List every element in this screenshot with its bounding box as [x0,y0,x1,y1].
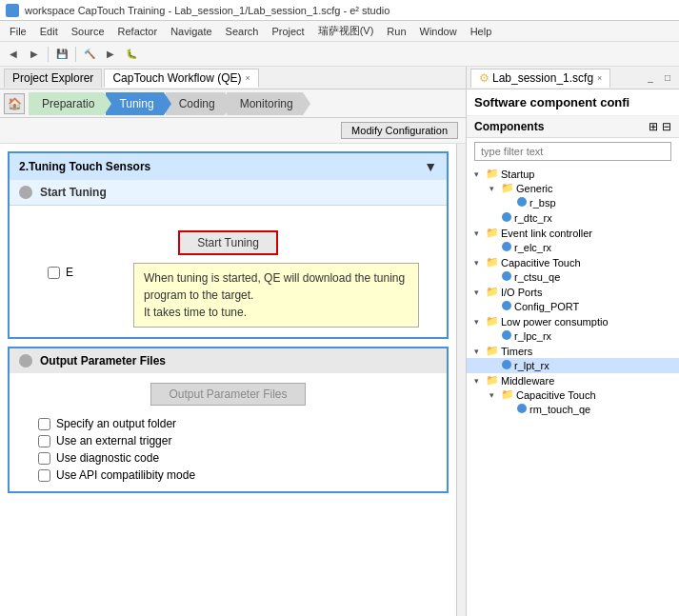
step-monitoring-label: Monitoring [240,97,293,110]
maximize-icon[interactable]: □ [660,70,675,86]
menu-window[interactable]: Window [414,24,463,39]
tab-project-explorer[interactable]: Project Explorer [4,69,102,88]
folder-icon: 📁 [501,182,514,194]
folder-icon: 📁 [486,168,499,180]
toolbar: ◀ ▶ 💾 🔨 ▶ 🐛 [0,42,679,67]
tree-item-label: I/O Ports [501,287,542,298]
tree-item[interactable]: r_ctsu_qe [467,269,679,285]
specify-folder-checkbox[interactable] [38,418,50,430]
modify-config-button[interactable]: Modify Configuration [341,122,458,139]
tab-project-explorer-label: Project Explorer [12,71,93,85]
file-icon [501,241,512,254]
modify-config-bar: Modify Configuration [0,118,466,144]
menu-refactor[interactable]: Refactor [112,24,164,39]
tree-item[interactable]: ▾📁I/O Ports [467,285,679,299]
svg-point-6 [502,360,511,369]
workflow-step-tuning[interactable]: Tuning [106,92,163,115]
tree-item[interactable]: ▾📁Startup [467,167,679,181]
step-circle-1 [19,186,32,199]
menu-run[interactable]: Run [381,24,411,39]
comp-icon-1[interactable]: ⊞ [649,120,658,133]
tree-item[interactable]: rm_touch_qe [467,402,679,417]
filter-input[interactable] [474,142,671,161]
tree-item[interactable]: ▾📁Capacitive Touch [467,255,679,269]
tree-item[interactable]: ▾📁Timers [467,344,679,358]
output-checkbox-list: Specify an output folder Use an external… [10,411,447,491]
tree-item[interactable]: r_lpc_rx [467,328,679,344]
tab-scfg-close[interactable]: × [597,73,602,83]
toolbar-build[interactable]: 🔨 [80,45,99,64]
tree-item-label: Config_PORT [514,301,579,312]
workflow-step-monitoring[interactable]: Monitoring [227,92,303,115]
start-tuning-btn-area: Start Tuning When tuning is started, QE … [19,215,437,263]
external-trigger-checkbox[interactable] [38,435,50,447]
comp-icon-2[interactable]: ⊟ [662,120,671,133]
output-parameter-files-button[interactable]: Output Parameter Files [150,383,305,406]
diagnostic-code-checkbox[interactable] [38,452,50,465]
minimize-icon[interactable]: _ [643,70,658,86]
cb-external-trigger: Use an external trigger [38,432,418,449]
menu-help[interactable]: Help [465,24,498,39]
tree-item-label: rm_touch_qe [529,404,590,415]
tree-item-label: r_lpc_rx [514,330,551,342]
tree-item[interactable]: r_dtc_rx [467,210,679,226]
title-bar: workspace CapTouch Training - Lab_sessio… [0,0,679,21]
menu-view[interactable]: 瑞萨视图(V) [312,22,380,40]
file-icon [501,300,512,313]
workflow-step-preparation[interactable]: Preparatio [29,92,104,115]
tree-item-label: r_bsp [529,197,556,209]
toolbar-forward[interactable]: ▶ [25,45,44,64]
toolbar-debug[interactable]: 🐛 [122,45,141,64]
file-icon [501,270,512,284]
menu-search[interactable]: Search [220,24,265,39]
erase-checkbox[interactable] [48,267,60,279]
tree-item[interactable]: ▾📁Middleware [467,373,679,387]
menu-source[interactable]: Source [66,24,110,39]
tree-arrow: ▾ [474,229,486,238]
tree-item[interactable]: Config_PORT [467,299,679,314]
api-compat-label: Use API compatilibity mode [56,468,195,482]
workflow-step-coding[interactable]: Coding [166,92,225,115]
tree-arrow: ▾ [474,317,486,327]
tab-scfg[interactable]: ⚙ Lab_session_1.scfg × [470,69,610,88]
tree-item[interactable]: ▾📁Generic [467,181,679,195]
toolbar-sep-1 [48,47,49,62]
menu-file[interactable]: File [4,24,32,39]
tab-captouch-workflow[interactable]: CapTouch Workflow (QE) × [104,69,258,88]
left-panel: Project Explorer CapTouch Workflow (QE) … [0,67,467,616]
start-tuning-row: Start Tuning [10,180,447,206]
api-compat-checkbox[interactable] [38,469,50,482]
workflow-panel: 🏠 Preparatio Tuning Coding Monitoring Mo… [0,89,466,616]
folder-icon: 📁 [486,374,499,387]
toolbar-save[interactable]: 💾 [52,45,71,64]
erase-label: E [66,266,73,279]
menu-edit[interactable]: Edit [34,24,64,39]
file-icon [501,211,512,225]
output-section-body: Output Parameter Files Specify an output… [10,373,447,491]
tree-item[interactable]: r_bsp [467,195,679,210]
tree-item-label: r_ctsu_qe [514,271,560,283]
menu-project[interactable]: Project [266,24,310,39]
toolbar-back[interactable]: ◀ [4,45,23,64]
start-tuning-button[interactable]: Start Tuning [178,230,278,255]
tree-item[interactable]: ▾📁Event link controller [467,226,679,240]
cb-diagnostic-code: Use diagnostic code [38,449,418,467]
step-tuning-label: Tuning [119,97,153,110]
tree-item[interactable]: r_elc_rx [467,240,679,255]
comp-icon-group: ⊞ ⊟ [649,120,671,133]
tree-item[interactable]: r_lpt_rx [467,358,679,373]
menu-navigate[interactable]: Navigate [165,24,217,39]
workflow-home-btn[interactable]: 🏠 [4,93,25,114]
toolbar-run[interactable]: ▶ [101,45,120,64]
right-panel: ⚙ Lab_session_1.scfg × _ □ Software comp… [467,67,679,616]
components-header: Components ⊞ ⊟ [467,116,679,138]
right-tab-icons: _ □ [643,70,675,86]
folder-icon: 📁 [486,227,499,239]
tree-item[interactable]: ▾📁Capacitive Touch [467,387,679,402]
left-scrollbar[interactable] [456,144,466,616]
tab-captouch-label: CapTouch Workflow (QE) [112,71,241,85]
tab-captouch-close[interactable]: × [246,73,250,83]
folder-icon: 📁 [486,286,499,298]
tuning-section-header[interactable]: 2.Tuning Touch Sensors ▼ [10,153,447,180]
tree-item[interactable]: ▾📁Low power consumptio [467,314,679,328]
